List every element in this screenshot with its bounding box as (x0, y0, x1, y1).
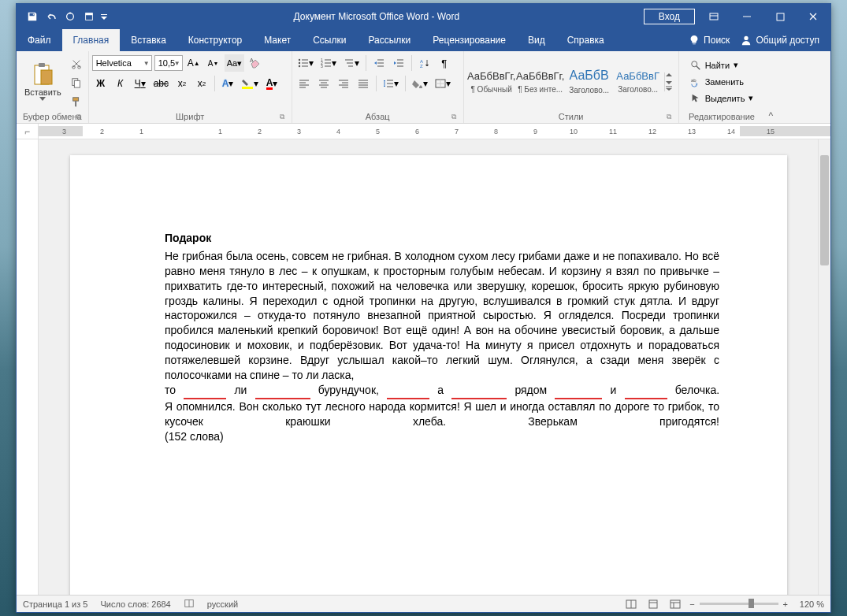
undo-button[interactable] (42, 7, 61, 26)
find-button[interactable]: Найти ▾ (687, 58, 757, 73)
print-layout-button[interactable] (645, 597, 661, 611)
font-launcher[interactable]: ⧉ (277, 113, 287, 122)
tab-design[interactable]: Конструктор (177, 29, 253, 51)
ribbon: Вставить Буфер обмена⧉ Helvetica▼ 10,5▼ … (17, 51, 830, 124)
strike-button[interactable]: abc (151, 75, 171, 92)
multilevel-button[interactable]: ▾ (341, 54, 362, 72)
svg-text:ab: ab (691, 77, 697, 83)
clear-format-button[interactable]: A (247, 54, 264, 72)
chevron-down-icon: ▼ (143, 60, 150, 67)
decrease-indent-button[interactable] (370, 54, 388, 72)
redo-button[interactable] (61, 7, 80, 26)
font-size-combo[interactable]: 10,5▼ (154, 55, 183, 71)
vertical-ruler[interactable] (17, 139, 39, 595)
zoom-slider[interactable] (700, 603, 778, 605)
ribbon-display-options-button[interactable] (700, 4, 728, 29)
align-center-button[interactable] (315, 75, 332, 92)
collapse-ribbon-button[interactable]: ^ (764, 51, 777, 123)
paste-label: Вставить (24, 87, 61, 97)
clipboard-launcher[interactable]: ⧉ (74, 113, 84, 122)
font-name-combo[interactable]: Helvetica▼ (92, 55, 152, 71)
grow-font-button[interactable]: A▲ (185, 54, 202, 72)
read-mode-button[interactable] (623, 597, 639, 611)
copy-button[interactable] (68, 74, 85, 91)
style-nospacing[interactable]: АаБбВвГг,¶ Без инте... (516, 60, 565, 104)
tab-home[interactable]: Главная (62, 29, 121, 51)
align-left-button[interactable] (295, 75, 313, 92)
superscript-button[interactable]: x2 (193, 75, 210, 92)
scissors-icon (71, 58, 82, 69)
highlight-button[interactable]: ▾ (239, 75, 261, 92)
style-heading1[interactable]: АаБбВЗаголово... (565, 60, 614, 104)
italic-button[interactable]: К (112, 75, 129, 92)
close-button[interactable] (799, 4, 827, 29)
horizontal-ruler[interactable]: 321 1234 5678 9101112 131415 (39, 124, 830, 139)
svg-rect-13 (72, 97, 78, 100)
paragraph-launcher[interactable]: ⧉ (449, 113, 459, 122)
maximize-button[interactable] (766, 4, 794, 29)
status-words[interactable]: Число слов: 2684 (100, 599, 170, 609)
tab-layout[interactable]: Макет (253, 29, 302, 51)
zoom-out-button[interactable]: − (689, 599, 694, 609)
clipboard-group-label: Буфер обмена (23, 112, 82, 121)
tab-view[interactable]: Вид (517, 29, 556, 51)
show-marks-button[interactable]: ¶ (436, 54, 453, 72)
status-page[interactable]: Страница 1 из 5 (23, 599, 87, 609)
text-effects-button[interactable]: A▾ (219, 75, 236, 92)
svg-text:10: 10 (570, 128, 578, 135)
clipboard-icon (32, 62, 54, 87)
tab-help[interactable]: Справка (556, 29, 615, 51)
customize-qat-button[interactable] (80, 7, 98, 26)
titlebar: Документ Microsoft Office Word - Word Вх… (17, 4, 830, 29)
tab-file[interactable]: Файл (17, 29, 62, 51)
status-lang[interactable]: русский (207, 599, 238, 609)
status-proof-icon[interactable] (184, 598, 195, 610)
sort-button[interactable]: AZ (416, 54, 433, 72)
tab-insert[interactable]: Вставка (120, 29, 177, 51)
borders-button[interactable]: ▾ (433, 75, 453, 92)
bold-button[interactable]: Ж (92, 75, 110, 92)
replace-button[interactable]: abЗаменить (687, 74, 757, 90)
document-scroll[interactable]: Подарок Не грибная была осень, совсем не… (39, 139, 818, 595)
justify-button[interactable] (355, 75, 372, 92)
bullets-button[interactable]: ▾ (295, 54, 316, 72)
increase-indent-button[interactable] (390, 54, 407, 72)
font-color-button[interactable]: A▾ (263, 75, 280, 92)
svg-text:7: 7 (455, 128, 459, 135)
style-normal[interactable]: АаБбВвГг,¶ Обычный (467, 60, 516, 104)
styles-launcher[interactable]: ⧉ (664, 113, 674, 122)
format-painter-button[interactable] (68, 93, 85, 110)
cut-button[interactable] (68, 55, 85, 72)
bucket-icon (412, 79, 423, 88)
web-layout-button[interactable] (667, 597, 683, 611)
zoom-in-button[interactable]: + (783, 599, 788, 609)
tab-mailings[interactable]: Рассылки (357, 29, 422, 51)
scrollbar-thumb[interactable] (820, 155, 829, 265)
select-button[interactable]: Выделить ▾ (687, 91, 757, 106)
subscript-button[interactable]: x2 (173, 75, 191, 92)
page[interactable]: Подарок Не грибная была осень, совсем не… (70, 155, 787, 595)
paste-button[interactable]: Вставить (20, 61, 66, 102)
styles-more-button[interactable] (664, 72, 675, 91)
zoom-control: − + 120 % (689, 599, 824, 609)
svg-text:9: 9 (533, 128, 537, 135)
numbering-button[interactable]: 123▾ (318, 54, 339, 72)
change-case-button[interactable]: Aa▾ (225, 54, 244, 72)
shading-button[interactable]: ▾ (410, 75, 430, 92)
underline-button[interactable]: Ч▾ (132, 75, 149, 92)
tab-review[interactable]: Рецензирование (422, 29, 517, 51)
tell-me-search[interactable]: Поиск (689, 35, 730, 46)
ruler-corner[interactable]: ⌐ (17, 124, 39, 139)
line-spacing-button[interactable]: ▾ (381, 75, 401, 92)
qat-more-button[interactable] (98, 7, 110, 26)
style-heading2[interactable]: АаБбВвГЗаголово... (614, 60, 663, 104)
align-right-button[interactable] (335, 75, 352, 92)
share-button[interactable]: Общий доступ (741, 35, 819, 46)
tab-references[interactable]: Ссылки (302, 29, 357, 51)
vertical-scrollbar[interactable] (818, 139, 830, 595)
save-button[interactable] (23, 7, 42, 26)
minimize-button[interactable] (733, 4, 761, 29)
zoom-value[interactable]: 120 % (793, 599, 824, 609)
shrink-font-button[interactable]: A▼ (205, 54, 222, 72)
signin-button[interactable]: Вход (644, 9, 695, 24)
